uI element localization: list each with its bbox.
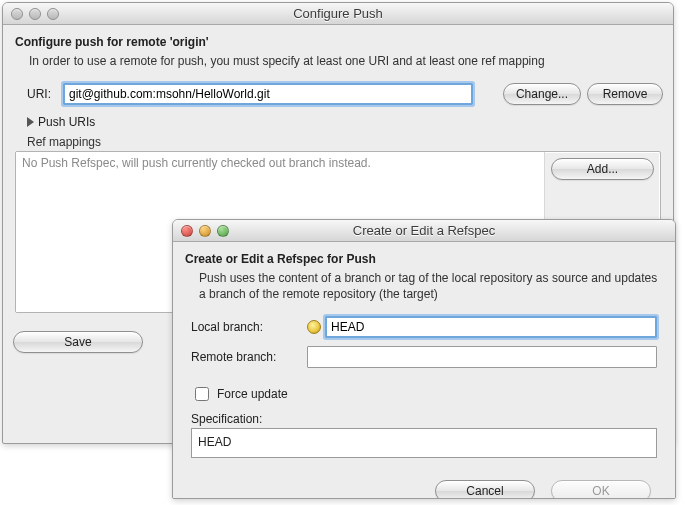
close-icon[interactable] (181, 225, 193, 237)
modal-button-row: Cancel OK (183, 480, 651, 499)
disclosure-triangle-icon (27, 117, 34, 127)
refspec-modal-window: Create or Edit a Refspec Create or Edit … (172, 219, 676, 499)
main-description: In order to use a remote for push, you m… (29, 53, 663, 69)
force-update-checkbox[interactable] (195, 387, 209, 401)
minimize-icon[interactable] (199, 225, 211, 237)
modal-form: Local branch: Remote branch: Force updat… (191, 316, 657, 426)
specification-label: Specification: (191, 412, 657, 426)
force-update-label: Force update (217, 387, 288, 401)
zoom-icon[interactable] (47, 8, 59, 20)
remove-button[interactable]: Remove (587, 83, 663, 105)
remote-branch-input[interactable] (307, 346, 657, 368)
remote-branch-label: Remote branch: (191, 350, 301, 364)
content-assist-icon[interactable] (307, 320, 321, 334)
push-uris-disclosure[interactable]: Push URIs (27, 115, 663, 129)
push-uris-label: Push URIs (38, 115, 95, 129)
specification-value: HEAD (191, 428, 657, 458)
zoom-icon[interactable] (217, 225, 229, 237)
modal-description: Push uses the content of a branch or tag… (199, 270, 665, 302)
uri-input[interactable] (63, 83, 473, 105)
main-titlebar: Configure Push (3, 3, 673, 25)
save-button[interactable]: Save (13, 331, 143, 353)
close-icon[interactable] (11, 8, 23, 20)
change-button[interactable]: Change... (503, 83, 581, 105)
ok-button[interactable]: OK (551, 480, 651, 499)
minimize-icon[interactable] (29, 8, 41, 20)
modal-window-body: Create or Edit a Refspec for Push Push u… (173, 242, 675, 499)
force-update-row[interactable]: Force update (191, 384, 657, 404)
ref-mappings-label: Ref mappings (27, 135, 663, 149)
add-button[interactable]: Add... (551, 158, 654, 180)
modal-heading: Create or Edit a Refspec for Push (185, 252, 665, 266)
main-window-title: Configure Push (3, 6, 673, 21)
traffic-lights (11, 8, 59, 20)
main-heading: Configure push for remote 'origin' (15, 35, 663, 49)
local-branch-label: Local branch: (191, 320, 301, 334)
uri-label: URI: (27, 87, 57, 101)
modal-titlebar: Create or Edit a Refspec (173, 220, 675, 242)
cancel-button[interactable]: Cancel (435, 480, 535, 499)
modal-window-title: Create or Edit a Refspec (173, 223, 675, 238)
local-branch-input[interactable] (325, 316, 657, 338)
modal-traffic-lights (181, 225, 229, 237)
